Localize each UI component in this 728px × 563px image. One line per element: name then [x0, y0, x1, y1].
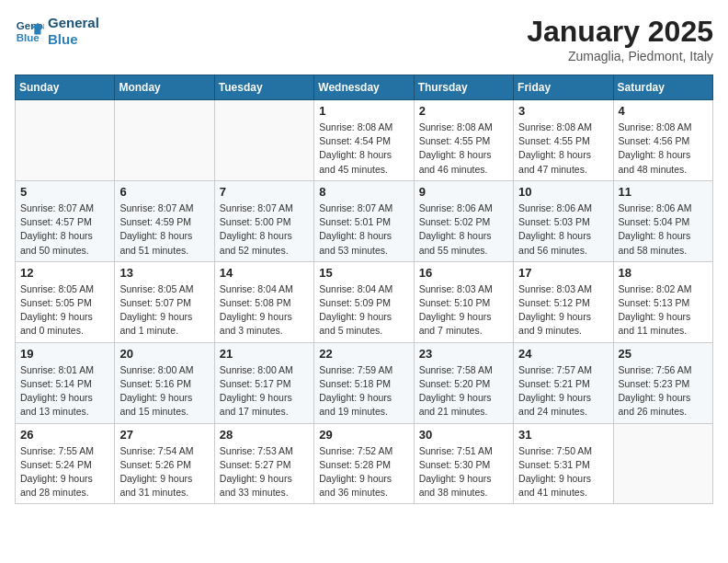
- day-info: Sunrise: 8:00 AM Sunset: 5:17 PM Dayligh…: [220, 363, 309, 419]
- calendar-cell: 29Sunrise: 7:52 AM Sunset: 5:28 PM Dayli…: [314, 423, 414, 504]
- day-info: Sunrise: 8:03 AM Sunset: 5:10 PM Dayligh…: [419, 282, 508, 339]
- day-header-sunday: Sunday: [16, 75, 115, 100]
- calendar-week-2: 5Sunrise: 8:07 AM Sunset: 4:57 PM Daylig…: [16, 180, 713, 261]
- day-number: 11: [619, 185, 708, 199]
- day-number: 30: [419, 428, 508, 442]
- day-header-tuesday: Tuesday: [214, 75, 313, 100]
- day-info: Sunrise: 8:07 AM Sunset: 5:01 PM Dayligh…: [319, 201, 408, 258]
- calendar-cell: 14Sunrise: 8:04 AM Sunset: 5:08 PM Dayli…: [214, 261, 313, 342]
- calendar-subtitle: Zumaglia, Piedmont, Italy: [527, 49, 713, 63]
- day-number: 16: [419, 266, 508, 280]
- day-info: Sunrise: 7:54 AM Sunset: 5:26 PM Dayligh…: [119, 444, 209, 500]
- logo-line2: Blue: [48, 31, 99, 48]
- calendar-body: 1Sunrise: 8:08 AM Sunset: 4:54 PM Daylig…: [16, 100, 713, 504]
- day-info: Sunrise: 7:51 AM Sunset: 5:30 PM Dayligh…: [419, 444, 508, 500]
- calendar-cell: [16, 100, 115, 181]
- calendar-cell: 23Sunrise: 7:58 AM Sunset: 5:20 PM Dayli…: [414, 342, 513, 423]
- day-header-monday: Monday: [115, 75, 214, 100]
- day-info: Sunrise: 7:59 AM Sunset: 5:18 PM Dayligh…: [319, 363, 408, 419]
- logo-icon: General Blue: [15, 17, 44, 46]
- calendar-cell: 7Sunrise: 8:07 AM Sunset: 5:00 PM Daylig…: [214, 180, 313, 261]
- calendar-week-3: 12Sunrise: 8:05 AM Sunset: 5:05 PM Dayli…: [16, 261, 713, 342]
- day-info: Sunrise: 8:07 AM Sunset: 4:57 PM Dayligh…: [20, 201, 109, 258]
- calendar-cell: 13Sunrise: 8:05 AM Sunset: 5:07 PM Dayli…: [115, 261, 214, 342]
- calendar-cell: 4Sunrise: 8:08 AM Sunset: 4:56 PM Daylig…: [613, 100, 712, 181]
- calendar-cell: 22Sunrise: 7:59 AM Sunset: 5:18 PM Dayli…: [314, 342, 414, 423]
- calendar-cell: 2Sunrise: 8:08 AM Sunset: 4:55 PM Daylig…: [414, 100, 513, 181]
- day-number: 24: [518, 347, 608, 361]
- calendar-cell: 28Sunrise: 7:53 AM Sunset: 5:27 PM Dayli…: [214, 423, 313, 504]
- day-header-saturday: Saturday: [613, 75, 712, 100]
- calendar-cell: 15Sunrise: 8:04 AM Sunset: 5:09 PM Dayli…: [314, 261, 414, 342]
- day-number: 15: [319, 266, 408, 280]
- day-info: Sunrise: 7:52 AM Sunset: 5:28 PM Dayligh…: [319, 444, 408, 500]
- day-number: 10: [518, 185, 608, 199]
- calendar-cell: 16Sunrise: 8:03 AM Sunset: 5:10 PM Dayli…: [414, 261, 513, 342]
- day-number: 3: [518, 104, 608, 118]
- calendar-cell: 26Sunrise: 7:55 AM Sunset: 5:24 PM Dayli…: [16, 423, 115, 504]
- calendar-cell: [214, 100, 313, 181]
- day-number: 27: [119, 428, 209, 442]
- day-info: Sunrise: 7:56 AM Sunset: 5:23 PM Dayligh…: [619, 363, 708, 419]
- logo-line1: General: [48, 15, 99, 31]
- day-info: Sunrise: 8:08 AM Sunset: 4:56 PM Dayligh…: [619, 121, 708, 177]
- day-info: Sunrise: 8:05 AM Sunset: 5:05 PM Dayligh…: [20, 282, 109, 339]
- calendar-cell: 17Sunrise: 8:03 AM Sunset: 5:12 PM Dayli…: [514, 261, 613, 342]
- calendar-week-5: 26Sunrise: 7:55 AM Sunset: 5:24 PM Dayli…: [16, 423, 713, 504]
- day-number: 13: [119, 266, 209, 280]
- day-number: 4: [619, 104, 708, 118]
- day-number: 1: [319, 104, 408, 118]
- title-block: January 2025 Zumaglia, Piedmont, Italy: [527, 15, 713, 63]
- calendar-cell: 3Sunrise: 8:08 AM Sunset: 4:55 PM Daylig…: [514, 100, 613, 181]
- day-info: Sunrise: 7:53 AM Sunset: 5:27 PM Dayligh…: [220, 444, 309, 500]
- day-info: Sunrise: 8:06 AM Sunset: 5:03 PM Dayligh…: [518, 201, 608, 258]
- day-info: Sunrise: 8:07 AM Sunset: 5:00 PM Dayligh…: [220, 201, 309, 258]
- calendar-cell: 5Sunrise: 8:07 AM Sunset: 4:57 PM Daylig…: [16, 180, 115, 261]
- day-number: 17: [518, 266, 608, 280]
- day-number: 12: [20, 266, 109, 280]
- day-info: Sunrise: 8:06 AM Sunset: 5:04 PM Dayligh…: [619, 201, 708, 258]
- calendar-cell: 8Sunrise: 8:07 AM Sunset: 5:01 PM Daylig…: [314, 180, 414, 261]
- day-header-friday: Friday: [514, 75, 613, 100]
- day-info: Sunrise: 8:03 AM Sunset: 5:12 PM Dayligh…: [518, 282, 608, 339]
- calendar-cell: 21Sunrise: 8:00 AM Sunset: 5:17 PM Dayli…: [214, 342, 313, 423]
- day-info: Sunrise: 8:05 AM Sunset: 5:07 PM Dayligh…: [119, 282, 209, 339]
- day-info: Sunrise: 8:08 AM Sunset: 4:54 PM Dayligh…: [319, 121, 408, 177]
- day-number: 5: [20, 185, 109, 199]
- calendar-week-4: 19Sunrise: 8:01 AM Sunset: 5:14 PM Dayli…: [16, 342, 713, 423]
- day-info: Sunrise: 8:08 AM Sunset: 4:55 PM Dayligh…: [419, 121, 508, 177]
- calendar-cell: 9Sunrise: 8:06 AM Sunset: 5:02 PM Daylig…: [414, 180, 513, 261]
- calendar-cell: 12Sunrise: 8:05 AM Sunset: 5:05 PM Dayli…: [16, 261, 115, 342]
- day-info: Sunrise: 8:08 AM Sunset: 4:55 PM Dayligh…: [518, 121, 608, 177]
- day-number: 21: [220, 347, 309, 361]
- day-number: 23: [419, 347, 508, 361]
- calendar-cell: 27Sunrise: 7:54 AM Sunset: 5:26 PM Dayli…: [115, 423, 214, 504]
- calendar-title: January 2025: [527, 15, 713, 49]
- day-number: 7: [220, 185, 309, 199]
- day-header-wednesday: Wednesday: [314, 75, 414, 100]
- day-number: 9: [419, 185, 508, 199]
- calendar-cell: 30Sunrise: 7:51 AM Sunset: 5:30 PM Dayli…: [414, 423, 513, 504]
- day-info: Sunrise: 7:57 AM Sunset: 5:21 PM Dayligh…: [518, 363, 608, 419]
- day-info: Sunrise: 8:07 AM Sunset: 4:59 PM Dayligh…: [119, 201, 209, 258]
- calendar-cell: [613, 423, 712, 504]
- day-info: Sunrise: 7:50 AM Sunset: 5:31 PM Dayligh…: [518, 444, 608, 500]
- calendar-cell: 6Sunrise: 8:07 AM Sunset: 4:59 PM Daylig…: [115, 180, 214, 261]
- day-number: 8: [319, 185, 408, 199]
- day-number: 18: [619, 266, 708, 280]
- day-number: 14: [220, 266, 309, 280]
- logo: General Blue General Blue: [15, 15, 99, 48]
- day-info: Sunrise: 8:01 AM Sunset: 5:14 PM Dayligh…: [20, 363, 109, 419]
- day-number: 28: [220, 428, 309, 442]
- calendar-cell: [115, 100, 214, 181]
- day-number: 20: [119, 347, 209, 361]
- calendar-cell: 20Sunrise: 8:00 AM Sunset: 5:16 PM Dayli…: [115, 342, 214, 423]
- day-number: 31: [518, 428, 608, 442]
- page-header: General Blue General Blue January 2025 Z…: [15, 15, 713, 63]
- day-info: Sunrise: 7:55 AM Sunset: 5:24 PM Dayligh…: [20, 444, 109, 500]
- day-number: 29: [319, 428, 408, 442]
- calendar-cell: 10Sunrise: 8:06 AM Sunset: 5:03 PM Dayli…: [514, 180, 613, 261]
- calendar-cell: 25Sunrise: 7:56 AM Sunset: 5:23 PM Dayli…: [613, 342, 712, 423]
- calendar-cell: 18Sunrise: 8:02 AM Sunset: 5:13 PM Dayli…: [613, 261, 712, 342]
- day-number: 22: [319, 347, 408, 361]
